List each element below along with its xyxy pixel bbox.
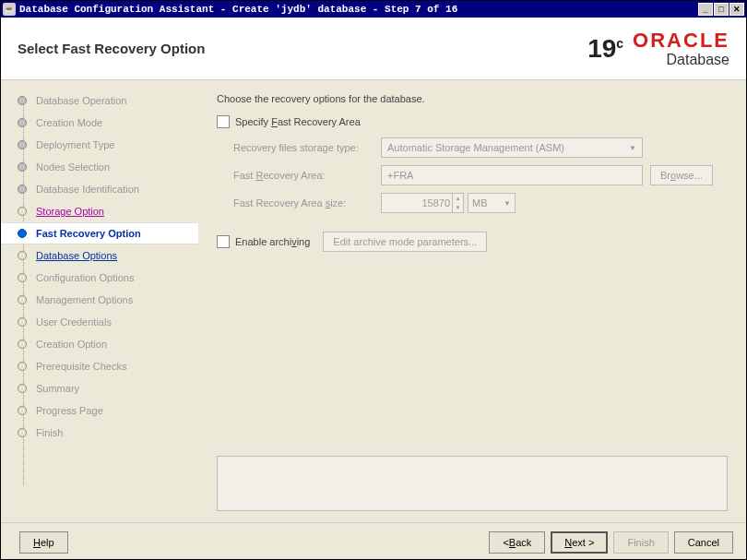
browse-button[interactable]: Browse...: [650, 165, 713, 185]
fra-size-input[interactable]: 15870 ▲ ▼: [381, 193, 464, 213]
step-dot-icon: [18, 384, 27, 393]
step-label: Summary: [36, 383, 79, 394]
wizard-step-management-options: Management Options: [14, 289, 198, 311]
step-dot-icon: [18, 207, 27, 216]
next-button[interactable]: Next >: [551, 531, 608, 554]
wizard-step-database-identification: Database Identification: [14, 178, 198, 200]
maximize-button[interactable]: □: [714, 3, 729, 16]
specify-fra-label: Specify Fast Recovery Area: [235, 116, 361, 127]
step-dot-icon: [18, 140, 27, 149]
step-dot-icon: [18, 317, 27, 327]
wizard-step-progress-page: Progress Page: [14, 399, 198, 422]
step-dot-icon: [18, 428, 27, 437]
fra-path-input[interactable]: +FRA: [381, 165, 643, 185]
step-link[interactable]: Storage Option: [36, 206, 104, 217]
wizard-step-user-credentials: User Credentials: [14, 311, 198, 333]
step-label: Database Identification: [36, 184, 139, 195]
wizard-step-nodes-selection: Nodes Selection: [14, 156, 198, 178]
step-dot-icon: [18, 251, 27, 260]
step-label: Management Options: [36, 294, 133, 305]
wizard-step-creation-option: Creation Option: [14, 333, 198, 355]
step-label: User Credentials: [36, 316, 112, 328]
wizard-steps-sidebar: Database OperationCreation ModeDeploymen…: [1, 80, 198, 522]
finish-button: Finish: [613, 531, 668, 554]
step-label: Deployment Type: [36, 139, 114, 150]
app-icon: ☕: [3, 3, 16, 16]
fra-size-unit-dropdown[interactable]: MB ▼: [468, 193, 516, 213]
storage-type-dropdown[interactable]: Automatic Storage Management (ASM) ▼: [381, 137, 643, 158]
enable-archiving-label: Enable archiving: [235, 236, 310, 247]
brand-name: ORACLE: [633, 30, 729, 51]
edit-archive-params-button[interactable]: Edit archive mode parameters...: [323, 232, 487, 252]
step-label: Configuration Options: [36, 272, 134, 283]
fra-size-value: 15870: [421, 197, 450, 209]
step-label: Creation Option: [36, 339, 107, 350]
step-label: Database Operation: [36, 95, 126, 106]
step-dot-icon: [18, 340, 27, 349]
chevron-down-icon: ▼: [629, 144, 636, 152]
window-title: Database Configuration Assistant - Creat…: [19, 4, 698, 15]
fra-size-unit-value: MB: [472, 197, 488, 209]
step-label: Creation Mode: [36, 117, 102, 128]
wizard-step-creation-mode: Creation Mode: [14, 112, 198, 134]
fra-size-label: Fast Recovery Area size:: [233, 197, 381, 209]
wizard-step-database-options[interactable]: Database Options: [14, 244, 198, 267]
storage-type-value: Automatic Storage Management (ASM): [387, 142, 564, 153]
step-dot-icon: [18, 406, 27, 415]
step-label: Finish: [36, 427, 63, 438]
fra-size-row: Fast Recovery Area size: 15870 ▲ ▼ MB ▼: [233, 193, 728, 213]
wizard-step-finish: Finish: [14, 422, 198, 444]
page-title: Select Fast Recovery Option: [18, 41, 587, 56]
close-button[interactable]: ✕: [729, 3, 744, 16]
message-area: [217, 456, 728, 511]
enable-archiving-row: Enable archiving Edit archive mode param…: [217, 232, 728, 252]
specify-fra-row: Specify Fast Recovery Area: [217, 115, 728, 128]
specify-fra-checkbox[interactable]: [217, 115, 230, 128]
back-button[interactable]: < Back: [489, 531, 545, 554]
step-dot-icon: [18, 118, 27, 127]
step-dot-icon: [18, 162, 27, 172]
wizard-step-summary: Summary: [14, 377, 198, 399]
step-dot-icon: [18, 185, 27, 194]
wizard-step-deployment-type: Deployment Type: [14, 134, 198, 156]
enable-archiving-checkbox[interactable]: [217, 235, 230, 248]
step-dot-icon: [18, 295, 27, 304]
step-label: Nodes Selection: [36, 161, 110, 173]
window-titlebar: ☕ Database Configuration Assistant - Cre…: [1, 1, 746, 18]
chevron-down-icon: ▼: [504, 199, 511, 208]
wizard-step-database-operation: Database Operation: [14, 89, 198, 112]
main-panel: Choose the recovery options for the data…: [198, 80, 746, 522]
version-label: 19c: [587, 34, 623, 64]
cancel-button[interactable]: Cancel: [674, 531, 733, 554]
instruction-text: Choose the recovery options for the data…: [217, 93, 728, 104]
step-label: Prerequisite Checks: [36, 361, 126, 372]
page-header: Select Fast Recovery Option 19c ORACLE D…: [1, 18, 746, 80]
help-button[interactable]: Help: [19, 531, 68, 554]
footer-bar: Help < Back Next > Finish Cancel: [1, 522, 746, 560]
minimize-button[interactable]: _: [698, 3, 713, 16]
step-dot-icon: [18, 273, 27, 282]
wizard-step-storage-option[interactable]: Storage Option: [14, 200, 198, 222]
spin-down-icon[interactable]: ▼: [452, 203, 463, 212]
wizard-step-configuration-options: Configuration Options: [14, 267, 198, 289]
spin-up-icon[interactable]: ▲: [452, 194, 463, 203]
step-dot-icon: [18, 96, 27, 105]
fra-path-value: +FRA: [387, 170, 413, 181]
storage-type-label: Recovery files storage type:: [233, 142, 381, 153]
fra-size-spinner[interactable]: ▲ ▼: [452, 194, 463, 212]
step-link[interactable]: Database Options: [36, 250, 117, 261]
storage-type-row: Recovery files storage type: Automatic S…: [233, 137, 728, 158]
fra-path-row: Fast Recovery Area: +FRA Browse...: [233, 165, 728, 185]
step-dot-icon: [18, 362, 27, 371]
step-label: Fast Recovery Option: [36, 228, 141, 239]
step-label: Progress Page: [36, 405, 103, 416]
wizard-step-fast-recovery-option: Fast Recovery Option: [1, 222, 198, 244]
fra-path-label: Fast Recovery Area:: [233, 170, 381, 181]
wizard-step-prerequisite-checks: Prerequisite Checks: [14, 355, 198, 377]
step-dot-icon: [18, 229, 27, 238]
brand-sub: Database: [633, 53, 729, 67]
oracle-logo: 19c ORACLE Database: [587, 30, 729, 67]
